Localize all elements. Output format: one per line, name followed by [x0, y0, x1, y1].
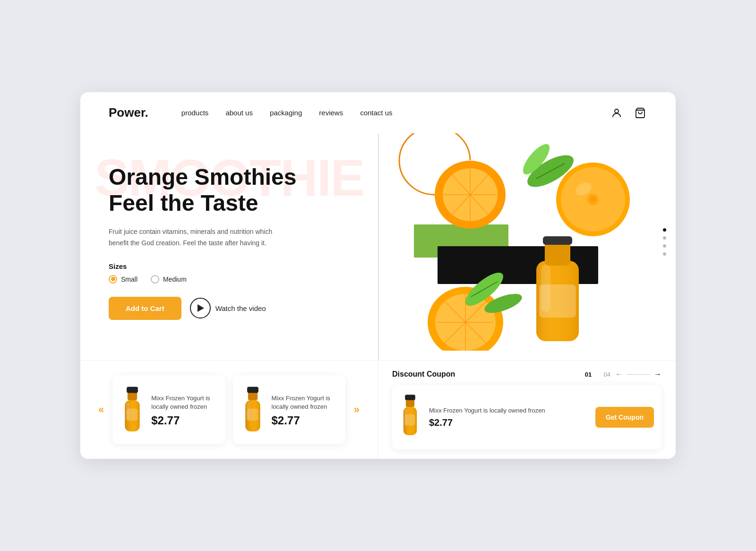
coupon-bottle [400, 393, 421, 442]
get-coupon-button[interactable]: Get Coupon [595, 407, 654, 428]
svg-rect-51 [404, 408, 408, 426]
nav-link-reviews[interactable]: reviews [319, 109, 343, 117]
dot-4[interactable] [663, 252, 666, 256]
svg-rect-45 [246, 402, 249, 421]
products-carousel: « [80, 361, 378, 459]
svg-rect-23 [541, 265, 550, 312]
discount-count: 01 04 [585, 371, 610, 378]
nav-link-about[interactable]: about us [225, 109, 253, 117]
discount-header: Discount Coupon 01 04 ← → [392, 370, 662, 379]
juice-scene [378, 133, 676, 351]
coupon-price: $2.77 [429, 417, 588, 428]
product-price-1: $2.77 [151, 414, 215, 427]
hero-right [378, 133, 676, 360]
svg-rect-39 [126, 402, 129, 421]
hero-description: Fruit juice contain vitamins, minerals a… [109, 226, 288, 249]
coupon-next-button[interactable]: → [654, 370, 662, 379]
coupon-prev-button[interactable]: ← [615, 370, 623, 379]
sizes-options: Small Medium [109, 275, 350, 284]
dot-3[interactable] [663, 244, 666, 248]
dot-1[interactable] [663, 228, 666, 232]
hero-section: SMOOTHIE Orange Smothies Feel the Taste … [80, 133, 676, 360]
product-bottle-1 [120, 385, 145, 437]
dot-2[interactable] [663, 236, 666, 240]
hero-left: SMOOTHIE Orange Smothies Feel the Taste … [80, 133, 378, 360]
bottom-section: « [80, 360, 676, 459]
hero-title: Orange Smothies Feel the Taste [109, 164, 350, 216]
bottle-group [536, 236, 579, 341]
carousel-prev-button[interactable]: « [94, 402, 108, 418]
size-medium-option[interactable]: Medium [151, 275, 187, 284]
product-price-2: $2.77 [272, 414, 336, 427]
nav-link-packaging[interactable]: packaging [270, 109, 302, 117]
radio-small-inner [111, 277, 115, 281]
product-card-2: Mixx Frozen Yogurt is locally owned froz… [233, 375, 345, 444]
size-small-option[interactable]: Small [109, 275, 137, 284]
radio-small[interactable] [109, 275, 117, 284]
svg-rect-40 [248, 392, 257, 400]
coupon-product-name: Mixx Frozen Yogurt is locally owned froz… [429, 406, 588, 415]
product-cards: Mixx Frozen Yogurt is locally owned froz… [112, 375, 345, 444]
sizes-section: Sizes Small Medium [109, 262, 350, 284]
product-name-1: Mixx Frozen Yogurt is locally owned froz… [151, 394, 215, 411]
svg-rect-21 [543, 236, 572, 245]
svg-rect-35 [127, 387, 138, 393]
cart-icon[interactable] [633, 106, 647, 120]
sizes-label: Sizes [109, 262, 350, 270]
bottle-svg-2 [242, 385, 264, 437]
svg-rect-34 [128, 392, 137, 400]
bottle-svg-1 [121, 385, 143, 437]
navbar: Power. products about us packaging revie… [80, 92, 676, 133]
discount-arrows: ← → [615, 370, 662, 379]
svg-point-0 [615, 109, 619, 113]
user-icon[interactable] [610, 106, 624, 120]
dots-nav [663, 228, 666, 256]
discount-nav: 01 04 ← → [585, 370, 662, 379]
svg-rect-47 [405, 395, 415, 400]
play-icon [190, 298, 211, 319]
nav-links: products about us packaging reviews cont… [181, 109, 591, 117]
svg-rect-41 [247, 387, 258, 393]
page-wrapper: Power. products about us packaging revie… [80, 92, 676, 459]
fruit-svg [378, 133, 676, 351]
product-bottle-2 [241, 385, 265, 437]
add-to-cart-button[interactable]: Add to Cart [109, 297, 181, 320]
hero-actions: Add to Cart Watch the video [109, 297, 350, 320]
arrow-line [627, 374, 650, 375]
product-info-1: Mixx Frozen Yogurt is locally owned froz… [151, 394, 215, 427]
product-info-2: Mixx Frozen Yogurt is locally owned froz… [272, 394, 336, 427]
coupon-bottle-svg [400, 393, 421, 440]
nav-link-products[interactable]: products [181, 109, 209, 117]
coupon-card: Mixx Frozen Yogurt is locally owned froz… [392, 385, 662, 449]
svg-point-16 [590, 197, 596, 202]
discount-title: Discount Coupon [392, 370, 455, 379]
nav-link-contact[interactable]: contact us [360, 109, 392, 117]
discount-section: Discount Coupon 01 04 ← → [378, 361, 676, 459]
nav-icons [610, 106, 647, 120]
coupon-info: Mixx Frozen Yogurt is locally owned froz… [429, 406, 588, 428]
watch-video-button[interactable]: Watch the video [190, 298, 266, 319]
carousel-next-button[interactable]: » [350, 402, 363, 418]
product-name-2: Mixx Frozen Yogurt is locally owned froz… [272, 394, 336, 411]
play-triangle [198, 304, 204, 312]
radio-medium[interactable] [151, 275, 159, 284]
logo: Power. [109, 105, 148, 120]
svg-rect-20 [545, 242, 570, 266]
product-card-1: Mixx Frozen Yogurt is locally owned froz… [112, 375, 225, 444]
